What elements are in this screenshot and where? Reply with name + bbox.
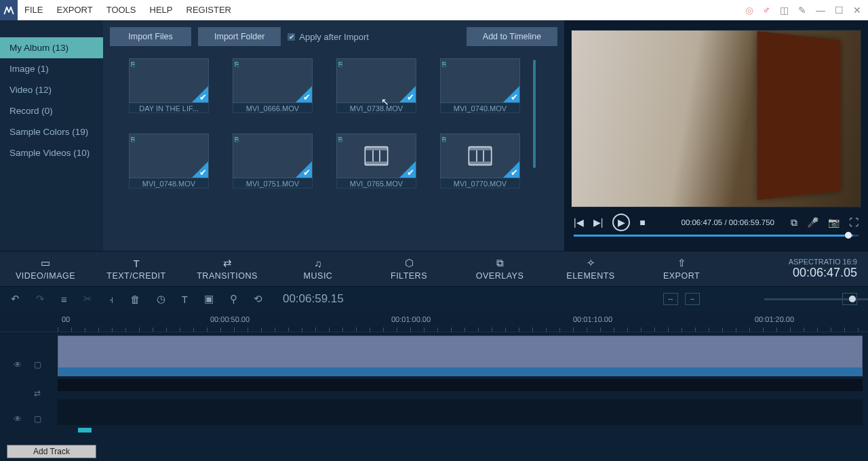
media-thumb[interactable]: ⎘✔MVI_0751.MOV — [233, 134, 313, 188]
tab-export[interactable]: ⇧EXPORT — [636, 252, 727, 286]
media-thumb[interactable]: ⎘✔MVI_0765.MOV — [336, 134, 416, 188]
visibility2-icon[interactable]: 👁 — [14, 414, 22, 424]
sidebar-item-record[interactable]: Record (0) — [0, 100, 103, 121]
marker-icon[interactable]: ⚲ — [230, 293, 237, 305]
apply-after-import-checkbox[interactable]: ✔Apply after Import — [288, 32, 369, 42]
snapshot-rect-icon[interactable]: ⧉ — [791, 217, 797, 228]
help-icon[interactable]: ◎ — [745, 5, 753, 16]
overlay-track[interactable] — [58, 399, 863, 425]
preview-total-time: 00:06:59.750 — [729, 218, 774, 226]
layout-icon[interactable]: ◫ — [780, 5, 789, 16]
tab-music[interactable]: ♫MUSIC — [273, 252, 363, 286]
timeline-position-label: 00:06:47.05 — [793, 266, 857, 280]
svg-rect-1 — [365, 147, 387, 151]
text-icon[interactable]: T — [182, 294, 188, 305]
list-icon[interactable]: ≡ — [61, 294, 67, 305]
sidebar-item-my-album[interactable]: My Album (13) — [0, 37, 103, 58]
marker-track[interactable] — [58, 428, 863, 433]
add-track-button[interactable]: Add Track — [7, 445, 96, 458]
gender-icon[interactable]: ♂ — [763, 4, 770, 16]
menu-file[interactable]: FILE — [18, 0, 50, 20]
media-thumb[interactable]: ⎘✔DAY IN THE LIF... — [129, 58, 209, 113]
rotate-icon[interactable]: ⟲ — [254, 293, 262, 305]
zoom-out-icon[interactable]: − — [685, 293, 700, 305]
media-thumb-label: MVI_0751.MOV — [233, 178, 313, 188]
media-thumb-label: MVI_0666.MOV — [233, 103, 313, 113]
media-thumb-label: MVI_0738.MOV — [336, 103, 416, 113]
menu-tools[interactable]: TOOLS — [100, 0, 143, 20]
window-maximize-icon[interactable]: ☐ — [835, 5, 844, 16]
split-icon[interactable]: ⫞ — [108, 294, 114, 305]
zoom-slider[interactable] — [764, 298, 868, 300]
sidebar-item-video[interactable]: Video (12) — [0, 79, 103, 100]
prev-frame-icon[interactable]: |◀ — [574, 217, 584, 228]
timeline[interactable]: 00 00:00:50.00 00:01:00.00 00:01:10.00 0… — [0, 311, 868, 461]
svg-rect-7 — [469, 161, 491, 165]
media-thumb-label: MVI_0765.MOV — [336, 178, 416, 188]
import-files-button[interactable]: Import Files — [110, 27, 191, 46]
media-thumb[interactable]: ⎘✔MVI_0748.MOV — [129, 134, 209, 188]
preview-progress[interactable] — [574, 235, 859, 237]
lock-icon[interactable]: ▢ — [34, 360, 41, 369]
app-icon — [0, 0, 18, 20]
svg-rect-2 — [365, 161, 387, 165]
stop-button[interactable]: ■ — [639, 217, 645, 228]
edit-toolbar: ↶ ↷ ≡ ✂ ⫞ 🗑 ◷ T ▣ ⚲ ⟲ 00:06:59.15 ↔ − + — [0, 287, 868, 311]
next-frame-icon[interactable]: ▶| — [593, 217, 604, 228]
tab-video-image[interactable]: ▭VIDEO/IMAGE — [0, 252, 91, 286]
add-track[interactable]: Add Track — [7, 445, 96, 458]
aspect-ratio-label: ASPECTRATIO 16:9 — [789, 258, 857, 266]
media-thumb-label: MVI_0748.MOV — [129, 178, 209, 188]
media-thumb-label: MVI_0770.MOV — [440, 178, 520, 188]
media-pane: Import Files Import Folder ✔Apply after … — [103, 20, 564, 251]
menu-export[interactable]: EXPORT — [50, 0, 99, 20]
mic-icon[interactable]: 🎤 — [807, 217, 818, 228]
tab-filters[interactable]: ⬡FILTERS — [363, 252, 454, 286]
add-to-timeline-button[interactable]: Add to Timeline — [467, 27, 557, 46]
sidebar-item-sample-colors[interactable]: Sample Colors (19) — [0, 121, 103, 142]
menubar: FILE EXPORT TOOLS HELP REGISTER ◎ ♂ ◫ ✎ … — [0, 0, 868, 20]
media-thumb[interactable]: ⎘✔MVI_0666.MOV — [233, 58, 313, 113]
tab-transitions[interactable]: ⇄TRANSITIONS — [182, 252, 273, 286]
module-tabs: ▭VIDEO/IMAGETTEXT/CREDIT⇄TRANSITIONS♫MUS… — [0, 251, 868, 287]
window-minimize-icon[interactable]: — — [816, 5, 825, 16]
fullscreen-icon[interactable]: ⛶ — [849, 217, 859, 228]
tab-elements[interactable]: ✧ELEMENTS — [545, 252, 636, 286]
transition-track[interactable] — [58, 379, 863, 391]
play-button[interactable]: ▶ — [612, 214, 630, 231]
edit-icon[interactable]: ✎ — [798, 5, 806, 16]
sidebar: My Album (13) Image (1) Video (12) Recor… — [0, 20, 103, 251]
edit-timecode: 00:06:59.15 — [283, 292, 344, 306]
clock-icon[interactable]: ◷ — [157, 293, 165, 305]
preview-current-time: 00:06:47.05 — [681, 218, 722, 226]
media-thumb-label: MVI_0740.MOV — [440, 103, 520, 113]
lock2-icon[interactable]: ▢ — [34, 414, 41, 424]
transition-lane-icon[interactable]: ⇄ — [34, 388, 41, 398]
visibility-icon[interactable]: 👁 — [14, 360, 22, 369]
menu-help[interactable]: HELP — [143, 0, 180, 20]
video-track[interactable] — [58, 336, 863, 376]
menu-register[interactable]: REGISTER — [180, 0, 238, 20]
apply-after-import-label: Apply after Import — [299, 32, 369, 42]
window-close-icon[interactable]: ✕ — [853, 5, 861, 16]
zoom-fit-icon[interactable]: ↔ — [663, 293, 678, 305]
media-thumb-label: DAY IN THE LIF... — [129, 103, 209, 113]
delete-icon[interactable]: 🗑 — [130, 294, 140, 305]
media-thumb[interactable]: ⎘✔MVI_0770.MOV — [440, 134, 520, 188]
camera-icon[interactable]: 📷 — [828, 217, 840, 228]
preview-panel: |◀ ▶| ▶ ■ 00:06:47.05 / 00:06:59.750 ⧉ 🎤… — [564, 20, 868, 251]
crop-icon[interactable]: ▣ — [204, 293, 214, 305]
undo-icon[interactable]: ↶ — [11, 293, 20, 305]
tab-text-credit[interactable]: TTEXT/CREDIT — [91, 252, 182, 286]
scrollbar[interactable] — [533, 60, 536, 168]
tab-overlays[interactable]: ⧉OVERLAYS — [454, 252, 545, 286]
preview-image — [571, 30, 861, 207]
media-thumb[interactable]: ⎘✔MVI_0738.MOV — [336, 58, 416, 113]
svg-rect-6 — [469, 147, 491, 151]
media-thumb[interactable]: ⎘✔MVI_0740.MOV — [440, 58, 520, 113]
redo-icon[interactable]: ↷ — [36, 293, 45, 305]
import-folder-button[interactable]: Import Folder — [198, 27, 281, 46]
sidebar-item-image[interactable]: Image (1) — [0, 58, 103, 79]
cut-icon[interactable]: ✂ — [83, 293, 92, 305]
sidebar-item-sample-videos[interactable]: Sample Videos (10) — [0, 142, 103, 163]
